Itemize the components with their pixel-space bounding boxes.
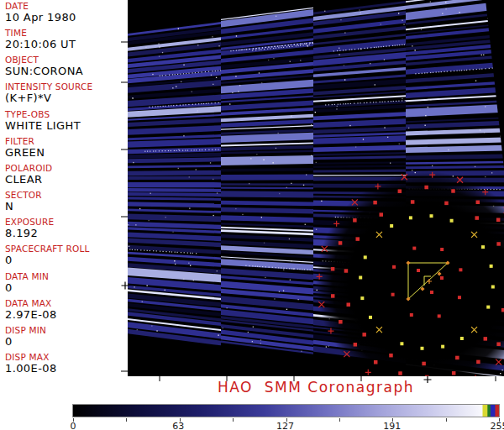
metadata-label: DISP MAX <box>5 353 126 362</box>
metadata-label: DATA MIN <box>5 272 126 281</box>
metadata-field: DATA MIN0 <box>5 272 126 293</box>
metadata-label: INTENSITY SOURCE <box>5 82 126 92</box>
metadata-label: FILTER <box>5 137 126 146</box>
metadata-field: FILTERGREEN <box>5 137 126 158</box>
coronagraph-image-area <box>118 0 504 383</box>
metadata-field: DISP MIN0 <box>5 326 126 347</box>
metadata-value: 10 Apr 1980 <box>5 12 126 23</box>
metadata-value: 0 <box>5 282 126 293</box>
metadata-field: SECTORN <box>5 191 126 212</box>
metadata-value: GREEN <box>5 147 126 158</box>
metadata-field: OBJECTSUN:CORONA <box>5 55 126 76</box>
coronagraph-image <box>118 0 504 383</box>
metadata-field: DATA MAX2.97E-08 <box>5 299 126 320</box>
metadata-label: DISP MIN <box>5 326 126 335</box>
metadata-label: TYPE-OBS <box>5 110 126 119</box>
metadata-field: DATE10 Apr 1980 <box>5 2 126 23</box>
colorbar-tick-label: 127 <box>276 421 294 430</box>
metadata-field: TIME20:10:06 UT <box>5 29 126 50</box>
metadata-label: DATE <box>5 2 126 11</box>
colorbar: 063127191255 <box>72 404 502 430</box>
colorbar-tick-label: 255 <box>491 421 504 430</box>
metadata-value: WHITE LIGHT <box>5 120 126 131</box>
metadata-value: 0 <box>5 336 126 347</box>
colorbar-tick <box>126 418 127 422</box>
colorbar-tick <box>339 418 340 422</box>
colorbar-tick <box>233 418 234 422</box>
metadata-panel: DATE10 Apr 1980TIME20:10:06 UTOBJECTSUN:… <box>5 0 126 382</box>
colorbar-tick-label: 191 <box>383 421 401 430</box>
metadata-value: 0 <box>5 254 126 265</box>
metadata-value: 20:10:06 UT <box>5 39 126 50</box>
metadata-value: (K+F)*V <box>5 92 126 103</box>
metadata-field: POLAROIDCLEAR <box>5 164 126 185</box>
metadata-value: 2.97E-08 <box>5 309 126 320</box>
colorbar-gradient <box>72 404 500 417</box>
metadata-label: SPACECRAFT ROLL <box>5 244 126 254</box>
smm-coronagraph-viewer: DATE10 Apr 1980TIME20:10:06 UTOBJECTSUN:… <box>0 0 504 430</box>
metadata-value: 1.00E-08 <box>5 363 126 374</box>
colorbar-tick <box>446 418 447 422</box>
metadata-label: EXPOSURE <box>5 218 126 227</box>
metadata-value: SUN:CORONA <box>5 66 126 76</box>
metadata-label: TIME <box>5 29 126 38</box>
metadata-value: 8.192 <box>5 228 126 239</box>
metadata-label: POLAROID <box>5 164 126 173</box>
metadata-field: EXPOSURE8.192 <box>5 218 126 239</box>
metadata-field: TYPE-OBSWHITE LIGHT <box>5 110 126 131</box>
metadata-field: SPACECRAFT ROLL0 <box>5 244 126 265</box>
metadata-value: CLEAR <box>5 174 126 185</box>
metadata-label: SECTOR <box>5 191 126 200</box>
image-title: HAO SMM Coronagraph <box>128 379 504 396</box>
metadata-field: INTENSITY SOURCE(K+F)*V <box>5 82 126 103</box>
metadata-field: DISP MAX1.00E-08 <box>5 353 126 374</box>
colorbar-tick-label: 0 <box>71 421 76 430</box>
metadata-value: N <box>5 201 126 212</box>
colorbar-tick-label: 63 <box>172 421 184 430</box>
metadata-label: DATA MAX <box>5 299 126 308</box>
metadata-label: OBJECT <box>5 55 126 65</box>
